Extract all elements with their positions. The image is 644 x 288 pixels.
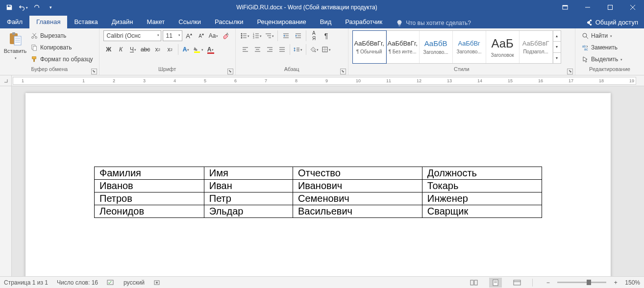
tab-references[interactable]: Ссылки	[172, 16, 208, 28]
view-print-button[interactable]	[489, 278, 502, 288]
paragraph-launcher[interactable]: ⬊	[340, 69, 346, 74]
qat-customize-button[interactable]: ▾	[44, 1, 57, 13]
change-case-button[interactable]: Aa▾	[208, 30, 219, 41]
table-cell[interactable]: Отчество	[293, 167, 422, 180]
share-button[interactable]: Общий доступ	[580, 16, 644, 28]
tell-me-box[interactable]: Что вы хотите сделать?	[392, 18, 475, 28]
tab-review[interactable]: Рецензирование	[250, 16, 313, 28]
zoom-out-button[interactable]: −	[542, 278, 554, 288]
table-cell[interactable]: Фамилия	[95, 167, 204, 180]
zoom-slider[interactable]	[557, 282, 606, 283]
table-cell[interactable]: Иванович	[293, 180, 422, 192]
highlight-button[interactable]: ▾	[193, 44, 204, 55]
underline-button[interactable]: Ч▾	[128, 44, 139, 55]
save-button[interactable]	[3, 1, 16, 13]
gallery-more-button[interactable]: ▾	[553, 53, 561, 63]
table-row[interactable]: ИвановИванИвановичТокарь	[95, 180, 542, 192]
table-cell[interactable]: Имя	[204, 167, 293, 180]
zoom-in-button[interactable]: +	[609, 278, 622, 288]
gallery-down-button[interactable]: ▾	[553, 42, 561, 52]
horizontal-ruler[interactable]: 112345678910111213141516171819	[13, 77, 636, 85]
tab-developer[interactable]: Разработчик	[338, 16, 389, 28]
undo-button[interactable]: ▾	[17, 1, 29, 13]
style-title[interactable]: АаБЗаголовок	[486, 31, 520, 63]
ribbon-options-button[interactable]	[554, 0, 576, 15]
styles-launcher[interactable]: ⬊	[567, 69, 573, 74]
clear-formatting-button[interactable]: A	[221, 30, 231, 41]
zoom-value[interactable]: 150%	[625, 279, 640, 286]
table-cell[interactable]: Леонидов	[95, 205, 204, 218]
multilevel-list-button[interactable]: ▾	[264, 30, 275, 41]
text-effects-button[interactable]: A▾	[181, 44, 192, 55]
grow-font-button[interactable]: A▴	[184, 30, 195, 41]
table-cell[interactable]: Эльдар	[204, 205, 293, 218]
line-spacing-button[interactable]: ▾	[293, 44, 303, 55]
tab-file[interactable]: Файл	[0, 16, 29, 28]
minimize-button[interactable]	[576, 0, 599, 15]
justify-button[interactable]	[276, 44, 287, 55]
paste-button[interactable]: Вставить▾	[4, 30, 26, 62]
tab-insert[interactable]: Вставка	[67, 16, 104, 28]
tab-view[interactable]: Вид	[313, 16, 339, 28]
status-macro[interactable]	[153, 279, 160, 286]
view-read-button[interactable]	[468, 278, 480, 288]
style-heading1[interactable]: АаБбВЗаголово...	[420, 31, 453, 63]
strikethrough-button[interactable]: abc	[140, 44, 151, 55]
align-center-button[interactable]	[252, 44, 263, 55]
decrease-indent-button[interactable]	[280, 30, 291, 41]
italic-button[interactable]: К	[116, 44, 126, 55]
font-name-combo[interactable]: Calibri (Оснс▾	[103, 30, 161, 41]
shrink-font-button[interactable]: A▾	[196, 30, 207, 41]
tab-selector[interactable]	[0, 75, 12, 86]
table-cell[interactable]: Должность	[422, 167, 542, 180]
tab-design[interactable]: Дизайн	[105, 16, 140, 28]
sort-button[interactable]: AЯ	[309, 30, 320, 41]
table-cell[interactable]: Токарь	[422, 180, 542, 192]
align-right-button[interactable]	[264, 44, 275, 55]
select-button[interactable]: Выделить▾	[579, 54, 624, 65]
table-cell[interactable]: Петр	[204, 192, 293, 205]
table-cell[interactable]: Иванов	[95, 180, 204, 192]
status-proofing[interactable]	[107, 279, 115, 286]
status-page[interactable]: Страница 1 из 1	[4, 279, 48, 286]
font-size-combo[interactable]: 11▾	[163, 30, 182, 41]
document-table[interactable]: ФамилияИмяОтчествоДолжностьИвановИванИва…	[94, 167, 542, 218]
status-language[interactable]: русский	[124, 279, 145, 286]
table-row[interactable]: ПетровПетрСеменовичИнженер	[95, 192, 542, 205]
maximize-button[interactable]	[599, 0, 621, 15]
borders-button[interactable]: ▾	[321, 44, 332, 55]
increase-indent-button[interactable]	[293, 30, 303, 41]
table-cell[interactable]: Петров	[95, 192, 204, 205]
align-left-button[interactable]	[240, 44, 250, 55]
copy-button[interactable]: Копировать	[28, 42, 95, 53]
bold-button[interactable]: Ж	[103, 44, 114, 55]
table-cell[interactable]: Васильевич	[293, 205, 422, 218]
tab-home[interactable]: Главная	[29, 16, 67, 28]
tab-mailings[interactable]: Рассылки	[208, 16, 250, 28]
shading-button[interactable]: ▾	[309, 44, 320, 55]
font-launcher[interactable]: ⬊	[227, 69, 233, 74]
table-row[interactable]: ФамилияИмяОтчествоДолжность	[95, 167, 542, 180]
subscript-button[interactable]: x2	[152, 44, 163, 55]
vertical-ruler[interactable]	[0, 86, 12, 276]
numbering-button[interactable]: 123▾	[252, 30, 263, 41]
style-heading2[interactable]: АаБбВгЗаголово...	[453, 31, 486, 63]
table-cell[interactable]: Иван	[204, 180, 293, 192]
font-color-button[interactable]: A▾	[205, 44, 216, 55]
style-normal[interactable]: АаБбВвГг,¶ Обычный	[353, 31, 386, 63]
table-cell[interactable]: Инженер	[422, 192, 542, 205]
close-button[interactable]	[621, 0, 644, 15]
redo-button[interactable]	[30, 1, 43, 13]
page-scroll[interactable]: ФамилияИмяОтчествоДолжностьИвановИванИва…	[12, 86, 644, 276]
style-subtitle[interactable]: АаБбВвГПодзагол...	[520, 31, 553, 63]
find-button[interactable]: Найти▾	[579, 30, 624, 41]
view-web-button[interactable]	[511, 278, 523, 288]
gallery-up-button[interactable]: ▴	[553, 31, 561, 42]
superscript-button[interactable]: x2	[165, 44, 175, 55]
status-words[interactable]: Число слов: 16	[57, 279, 98, 286]
tab-layout[interactable]: Макет	[140, 16, 172, 28]
bullets-button[interactable]: ▾	[240, 30, 250, 41]
style-no-spacing[interactable]: АаБбВвГг,¶ Без инте...	[386, 31, 420, 63]
replace-button[interactable]: abacЗаменить	[579, 42, 624, 53]
show-marks-button[interactable]: ¶	[321, 30, 332, 41]
